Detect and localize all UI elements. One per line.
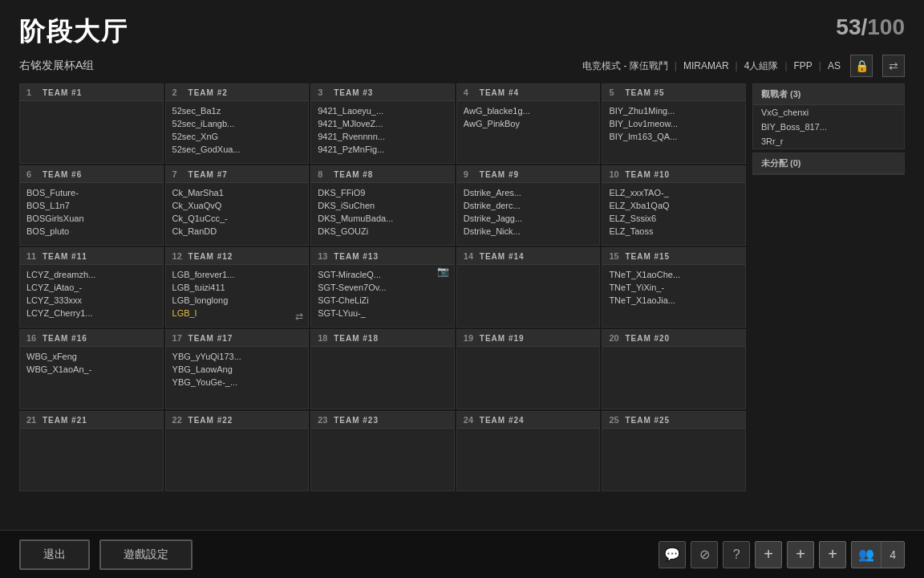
player-name: BOS_Future-	[26, 186, 156, 199]
team-number-13: 13	[318, 251, 329, 261]
player-name: BOS_L1n7	[26, 199, 156, 212]
player-name: Dstrike_Jagg...	[464, 212, 594, 225]
footer-right: 💬 ⊘ ? + + + 👥 4	[659, 541, 905, 568]
map-label: MIRAMAR	[683, 60, 729, 71]
team-cell-14[interactable]: 14TEAM #14	[456, 247, 601, 328]
team-cell-4[interactable]: 4TEAM #4AwG_blacke1g...AwG_PinkBoy	[456, 83, 601, 164]
team-number-12: 12	[172, 251, 184, 261]
player-name: WBG_X1aoAn_-	[26, 363, 156, 376]
slash-button[interactable]: ⊘	[691, 541, 718, 568]
team-cell-5[interactable]: 5TEAM #5BIY_Zhu1Ming...BIY_Lov1meow...BI…	[602, 83, 746, 164]
team-label-23: TEAM #23	[334, 416, 379, 425]
help-button[interactable]: ?	[723, 541, 750, 568]
unassigned-section: 未分配 (0)	[752, 153, 905, 175]
lock-button[interactable]: 🔒	[850, 55, 873, 77]
mode-bar: 电竞模式 - 隊伍戰鬥 | MIRAMAR | 4人組隊 | FPP | AS …	[582, 55, 905, 77]
add-button-3[interactable]: +	[819, 541, 846, 568]
player-name: LCYZ_iAtao_-	[26, 281, 156, 294]
observer-player-1: VxG_chenxi	[753, 105, 904, 120]
team-number-23: 23	[318, 415, 329, 425]
chat-button[interactable]: 💬	[659, 541, 686, 568]
team-cell-10[interactable]: 10TEAM #10ELZ_xxxTAO-_ELZ_Xba1QaQELZ_Sss…	[602, 165, 746, 246]
player-name: ELZ_Taoss	[609, 225, 739, 238]
player-name: TNeT_YiXin_-	[609, 281, 739, 294]
subtitle-bar: 右铭发展杯A组 电竞模式 - 隊伍戰鬥 | MIRAMAR | 4人組隊 | F…	[0, 55, 924, 83]
team-label-20: TEAM #20	[625, 334, 670, 343]
team-number-19: 19	[464, 333, 475, 343]
team-cell-16[interactable]: 16TEAM #16WBG_xFengWBG_X1aoAn_-	[19, 329, 164, 409]
unassigned-header: 未分配 (0)	[753, 153, 904, 174]
team-cell-21[interactable]: 21TEAM #21	[19, 411, 164, 491]
camera-icon: 📷	[437, 266, 449, 277]
team-number-16: 16	[26, 333, 38, 343]
group-count: 4	[881, 548, 904, 561]
team-size-label: 4人組隊	[744, 59, 779, 73]
player-name: 9421_Rvennnn...	[318, 130, 448, 143]
team-label-22: TEAM #22	[188, 416, 233, 425]
team-cell-8[interactable]: 8TEAM #8DKS_FFiO9DKS_iSuChenDKS_MumuBada…	[310, 165, 455, 246]
team-number-18: 18	[318, 333, 329, 343]
team-cell-17[interactable]: 17TEAM #17YBG_yYuQi173...YBG_LaowAngYBG_…	[165, 329, 310, 409]
player-name: TNeT_X1aoChe...	[609, 268, 739, 281]
team-number-24: 24	[464, 415, 475, 425]
player-name: BIY_Lov1meow...	[609, 117, 739, 130]
swap-button[interactable]: ⇄	[882, 55, 905, 77]
player-group-button[interactable]: 👥 4	[851, 541, 905, 568]
player-name: SGT-LYuu-_	[318, 307, 448, 320]
player-name: BOSGirlsXuan	[26, 212, 156, 225]
player-name: 52sec_XnG	[172, 130, 302, 143]
team-cell-23[interactable]: 23TEAM #23	[310, 411, 455, 491]
observers-section: 觀戰者 (3) VxG_chenxi BIY_Boss_817... 3Rr_r	[752, 83, 905, 149]
team-cell-11[interactable]: 11TEAM #11LCYZ_dreamzh...LCYZ_iAtao_-LCY…	[19, 247, 164, 328]
team-number-17: 17	[172, 333, 184, 343]
player-name: Ck_Q1uCcc_-	[172, 212, 302, 225]
player-name: 52sec_GodXua...	[172, 143, 302, 156]
team-number-8: 8	[318, 169, 329, 179]
observer-player-3: 3Rr_r	[753, 134, 904, 149]
player-name: BOS_pluto	[26, 225, 156, 238]
team-number-11: 11	[26, 251, 38, 261]
footer: 退出 遊戲設定 💬 ⊘ ? + + + 👥 4	[0, 530, 924, 578]
team-cell-24[interactable]: 24TEAM #24	[456, 411, 601, 491]
add-button-2[interactable]: +	[787, 541, 814, 568]
team-cell-15[interactable]: 15TEAM #15TNeT_X1aoChe...TNeT_YiXin_-TNe…	[602, 247, 746, 328]
team-cell-6[interactable]: 6TEAM #6BOS_Future-BOS_L1n7BOSGirlsXuanB…	[19, 165, 164, 246]
teams-grid-wrapper[interactable]: 1TEAM #12TEAM #252sec_Ba1z52sec_iLangb..…	[19, 83, 746, 517]
team-label-6: TEAM #6	[43, 170, 82, 179]
teams-grid: 1TEAM #12TEAM #252sec_Ba1z52sec_iLangb..…	[19, 83, 746, 491]
team-cell-19[interactable]: 19TEAM #19	[456, 329, 601, 409]
player-name: TNeT_X1aoJia...	[609, 294, 739, 307]
player-name: 9421_PzMnFig...	[318, 143, 448, 156]
team-cell-7[interactable]: 7TEAM #7Ck_MarSha1Ck_XuaQvQCk_Q1uCcc_-Ck…	[165, 165, 310, 246]
page-title: 阶段大厅	[19, 14, 128, 50]
team-cell-25[interactable]: 25TEAM #25	[602, 411, 746, 491]
team-label-18: TEAM #18	[334, 334, 379, 343]
team-label-3: TEAM #3	[334, 88, 373, 97]
team-cell-2[interactable]: 2TEAM #252sec_Ba1z52sec_iLangb...52sec_X…	[165, 83, 310, 164]
team-number-22: 22	[172, 415, 184, 425]
team-cell-13[interactable]: 13TEAM #13SGT-MiracleQ...SGT-Seven7Ov...…	[310, 247, 455, 328]
team-cell-18[interactable]: 18TEAM #18	[310, 329, 455, 409]
player-name: 9421_MJloveZ...	[318, 117, 448, 130]
group-icon: 👥	[852, 542, 881, 568]
team-label-19: TEAM #19	[480, 334, 525, 343]
team-number-10: 10	[609, 169, 620, 179]
team-cell-12[interactable]: 12TEAM #12LGB_forever1...LGB_tuizi411LGB…	[165, 247, 310, 328]
fpp-label: FPP	[794, 60, 813, 71]
team-cell-9[interactable]: 9TEAM #9Dstrike_Ares...Dstrike_derc...Ds…	[456, 165, 601, 246]
settings-button[interactable]: 遊戲設定	[99, 539, 192, 570]
team-label-25: TEAM #25	[625, 416, 670, 425]
team-cell-20[interactable]: 20TEAM #20	[602, 329, 746, 409]
player-name: LGB_tuizi411	[172, 281, 302, 294]
player-name: LGB_l	[172, 307, 302, 320]
player-name: 52sec_iLangb...	[172, 117, 302, 130]
player-name: LCYZ_dreamzh...	[26, 268, 156, 281]
team-number-2: 2	[172, 88, 184, 97]
exit-button[interactable]: 退出	[19, 539, 90, 570]
add-button-1[interactable]: +	[755, 541, 782, 568]
team-cell-1[interactable]: 1TEAM #1	[19, 83, 164, 164]
player-name: 52sec_Ba1z	[172, 104, 302, 117]
team-cell-3[interactable]: 3TEAM #39421_Laoeyu_...9421_MJloveZ...94…	[310, 83, 455, 164]
team-cell-22[interactable]: 22TEAM #22	[165, 411, 310, 491]
player-name: YBG_YouGe-_...	[172, 376, 302, 389]
